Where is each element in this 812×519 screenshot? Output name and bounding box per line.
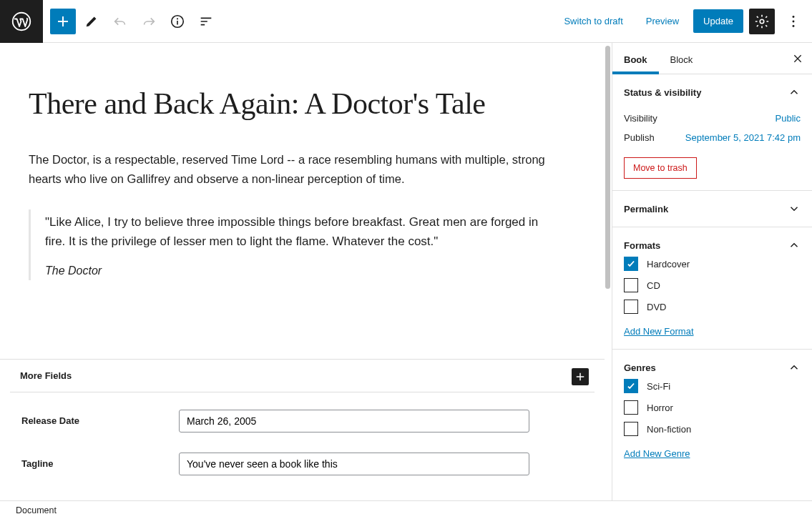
genre-item: Horror	[624, 397, 801, 418]
top-toolbar: Switch to draft Preview Update	[0, 0, 812, 43]
format-item: Hardcover	[624, 253, 801, 275]
chevron-up-icon	[788, 86, 801, 99]
genre-label: Non-fiction	[647, 424, 691, 435]
switch-to-draft-button[interactable]: Switch to draft	[555, 10, 631, 32]
visibility-row: Visibility Public	[624, 109, 801, 128]
genre-item: Non-fiction	[624, 418, 801, 440]
genre-label: Sci-Fi	[647, 381, 670, 392]
genre-checkbox[interactable]	[624, 400, 638, 415]
format-item: CD	[624, 275, 801, 296]
editor-canvas[interactable]: There and Back Again: A Doctor's Tale Th…	[0, 43, 605, 500]
format-item: DVD	[624, 296, 801, 317]
add-block-button[interactable]	[50, 9, 76, 34]
append-block-button[interactable]	[572, 368, 589, 385]
svg-point-5	[793, 20, 795, 22]
post-paragraph[interactable]: The Doctor, is a respectable, reserved T…	[29, 150, 572, 188]
visibility-label: Visibility	[624, 113, 657, 124]
wordpress-logo[interactable]	[0, 0, 43, 43]
format-checkbox[interactable]	[624, 257, 638, 271]
panel-formats: Formats HardcoverCDDVD Add New Format	[612, 227, 812, 350]
format-label: CD	[647, 280, 660, 291]
svg-point-3	[760, 19, 764, 24]
meta-box-title: More Fields	[20, 370, 72, 381]
undo-button[interactable]	[107, 9, 133, 34]
panel-header-status[interactable]: Status & visibility	[624, 86, 801, 99]
chevron-up-icon	[788, 361, 801, 374]
genre-label: Horror	[647, 402, 673, 413]
preview-button[interactable]: Preview	[637, 10, 688, 32]
publish-row: Publish September 5, 2021 7:42 pm	[624, 128, 801, 147]
tools-button[interactable]	[79, 9, 104, 34]
move-to-trash-button[interactable]: Move to trash	[624, 157, 697, 179]
meta-box-header[interactable]: More Fields ▲	[10, 360, 595, 392]
meta-row-release-date: Release Date	[21, 400, 583, 443]
breadcrumb[interactable]: Document	[16, 505, 57, 515]
publish-value[interactable]: September 5, 2021 7:42 pm	[685, 132, 801, 143]
tagline-label: Tagline	[21, 458, 179, 469]
panel-header-genres[interactable]: Genres	[624, 361, 801, 374]
add-new-format-link[interactable]: Add New Format	[624, 326, 694, 337]
release-date-input[interactable]	[179, 410, 529, 432]
scrollbar-thumb[interactable]	[605, 46, 610, 289]
panel-status-visibility: Status & visibility Visibility Public Pu…	[612, 74, 812, 191]
post-quote[interactable]: "Like Alice, I try to believe three impo…	[29, 209, 572, 280]
tagline-input[interactable]	[179, 453, 529, 475]
editor-scrollbar[interactable]	[605, 43, 612, 500]
panel-header-formats[interactable]: Formats	[624, 239, 801, 252]
genre-checkbox[interactable]	[624, 422, 638, 436]
options-button[interactable]	[781, 9, 806, 34]
panel-permalink: Permalink	[612, 191, 812, 227]
tab-block[interactable]: Block	[659, 43, 705, 74]
list-view-button[interactable]	[193, 9, 219, 34]
sidebar-tabs: Book Block	[612, 43, 812, 74]
svg-point-6	[793, 24, 795, 26]
format-checkbox[interactable]	[624, 278, 638, 292]
tab-book[interactable]: Book	[612, 43, 659, 74]
editor-footer: Document	[0, 500, 812, 519]
genre-item: Sci-Fi	[624, 375, 801, 397]
format-checkbox[interactable]	[624, 300, 638, 314]
chevron-up-icon	[788, 239, 801, 252]
svg-point-4	[793, 16, 795, 18]
publish-label: Publish	[624, 132, 655, 143]
settings-sidebar: Book Block Status & visibility Visibilit…	[612, 43, 812, 500]
genre-checkbox[interactable]	[624, 379, 638, 393]
svg-point-2	[177, 18, 178, 19]
quote-citation[interactable]: The Doctor	[45, 265, 102, 277]
toolbar-left-group	[43, 9, 219, 34]
meta-row-tagline: Tagline	[21, 443, 583, 485]
quote-text[interactable]: "Like Alice, I try to believe three impo…	[45, 212, 558, 251]
chevron-down-icon	[788, 202, 801, 215]
update-button[interactable]: Update	[693, 9, 743, 33]
toolbar-right-group: Switch to draft Preview Update	[555, 9, 812, 34]
details-button[interactable]	[165, 9, 190, 34]
meta-box: More Fields ▲ Release Date Tagline	[0, 359, 605, 500]
panel-genres: Genres Sci-FiHorrorNon-fiction Add New G…	[612, 350, 812, 471]
format-label: Hardcover	[647, 259, 690, 270]
panel-header-permalink[interactable]: Permalink	[624, 202, 801, 215]
redo-button[interactable]	[136, 9, 162, 34]
settings-button[interactable]	[749, 9, 775, 34]
visibility-value[interactable]: Public	[776, 113, 801, 124]
format-label: DVD	[647, 302, 666, 312]
release-date-label: Release Date	[21, 415, 179, 426]
post-title[interactable]: There and Back Again: A Doctor's Tale	[29, 86, 572, 122]
add-new-genre-link[interactable]: Add New Genre	[624, 448, 690, 459]
close-sidebar-button[interactable]	[792, 53, 803, 64]
